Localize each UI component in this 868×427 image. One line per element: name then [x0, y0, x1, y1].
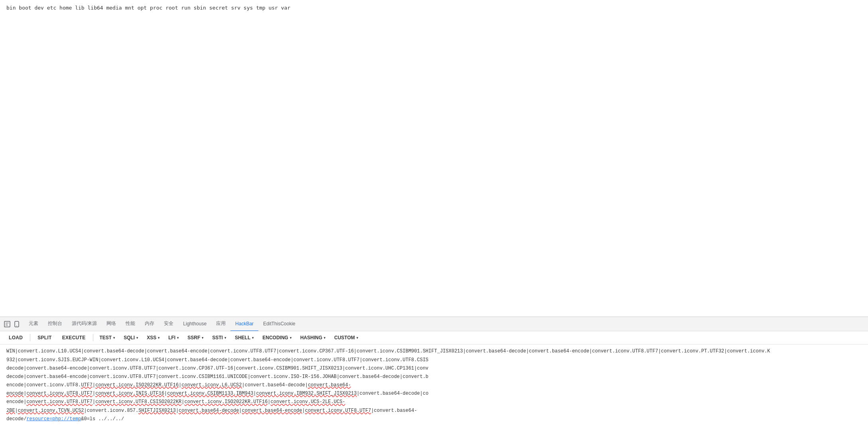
page-text: bin boot dev etc home lib lib64 media mn… [6, 5, 290, 11]
page-content: bin boot dev etc home lib lib64 media mn… [0, 0, 868, 159]
